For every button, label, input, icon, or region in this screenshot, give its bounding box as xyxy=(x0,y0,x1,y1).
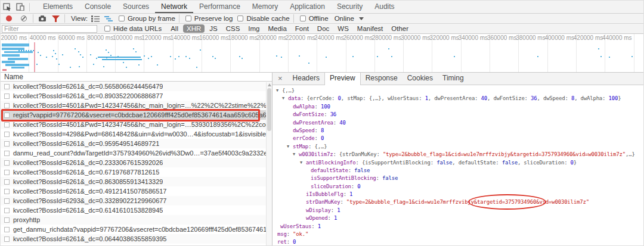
view-large-rows-button[interactable] xyxy=(89,13,102,25)
close-icon[interactable]: × xyxy=(273,73,288,85)
request-row[interactable]: regist?vappid=97767206&vsecret=c0bdcbae1… xyxy=(1,110,272,120)
tree-line[interactable]: isSupportAntiBlocking: false xyxy=(273,175,643,182)
request-row[interactable]: kvcollect?BossId=6261&_dc=0.671976877812… xyxy=(1,167,272,177)
tab-memory[interactable]: Memory xyxy=(246,1,284,13)
group-by-frame-checkbox[interactable] xyxy=(119,15,125,21)
request-row[interactable]: kvcollect?BossId=4298&Pwd=686148428&uin=… xyxy=(1,129,272,139)
tab-sources[interactable]: Sources xyxy=(117,1,155,13)
tree-text: : xyxy=(287,231,293,237)
request-row[interactable]: kvcollect?BossId=4501&Pwd=142347456&hc_m… xyxy=(1,120,272,129)
filter-pill-img[interactable]: Img xyxy=(244,24,263,33)
tree-line[interactable]: msg: "ok." xyxy=(273,231,643,238)
request-row[interactable]: kvcollect?BossId=6261&_dc=0.959549514689… xyxy=(1,139,272,148)
preview-tab-preview[interactable]: Preview xyxy=(324,73,361,85)
tree-line[interactable]: errCode: 0 xyxy=(273,135,643,142)
tree-text: : xyxy=(343,191,349,197)
expand-arrow-icon[interactable]: ▼ xyxy=(287,143,293,151)
screenshot-button[interactable] xyxy=(36,13,49,25)
filter-pill-media[interactable]: Media xyxy=(265,24,290,33)
expand-arrow-icon[interactable]: ▼ xyxy=(276,87,282,95)
tree-line[interactable]: ▼antiBlockingInfo: {isSupportAntiBlockin… xyxy=(273,159,643,167)
request-row[interactable]: kvcollect?BossId=6261&_dc=0.491214150785… xyxy=(1,186,272,196)
name-column-header[interactable]: Name xyxy=(1,73,272,82)
request-row[interactable]: kvcollect?BossId=6261&_dc=0.614161015382… xyxy=(1,205,272,215)
request-row[interactable]: kvcollect?BossId=6261&_dc=0.863085591341… xyxy=(1,177,272,186)
tree-line[interactable]: wDisplay: 1 xyxy=(273,207,643,214)
filter-pill-js[interactable]: JS xyxy=(206,24,221,33)
request-row[interactable]: kvcollect?BossId=4501&Pwd=142347456&hc_m… xyxy=(1,101,272,110)
request-name: kvcollect?BossId=6293&_dc=0.332890221299… xyxy=(13,197,167,204)
expand-arrow-icon[interactable]: ▼ xyxy=(300,159,306,167)
request-dot xyxy=(52,56,53,57)
inspect-element-button[interactable] xyxy=(1,1,14,13)
hide-data-urls-checkbox[interactable] xyxy=(104,26,110,32)
filter-pill-all[interactable]: All xyxy=(167,24,182,33)
filter-input[interactable] xyxy=(2,25,97,33)
tree-line[interactable]: iIsBubbleFlg: 1 xyxy=(273,191,643,198)
filter-pill-other[interactable]: Other xyxy=(388,24,412,33)
request-row[interactable]: kvcollect?BossId=6293&_dc=0.332890221299… xyxy=(1,196,272,205)
filter-pill-css[interactable]: CSS xyxy=(222,24,244,33)
timeline-overview[interactable]: 20000 ms40000 ms60000 ms80000 ms100000 m… xyxy=(1,34,643,73)
expand-arrow-icon[interactable]: ▼ xyxy=(293,151,299,158)
request-dot xyxy=(200,49,201,51)
request-name: kvcollect?BossId=6261&_dc=0.671976877812… xyxy=(13,169,159,176)
preview-tab-cookies[interactable]: Cookies xyxy=(402,73,438,85)
filter-pill-doc[interactable]: Doc xyxy=(314,24,333,33)
view-overview-button[interactable] xyxy=(102,13,115,25)
request-dot xyxy=(80,54,81,55)
filter-button[interactable] xyxy=(49,13,62,25)
expand-arrow-icon[interactable]: ▼ xyxy=(282,95,288,102)
preserve-log-checkbox[interactable] xyxy=(185,15,191,21)
device-toolbar-button[interactable] xyxy=(14,1,27,13)
tree-line[interactable]: ▼stMap: {,…} xyxy=(273,143,643,151)
disable-cache-checkbox[interactable] xyxy=(237,15,243,21)
request-row[interactable]: kvcollect?BossId=6261&_dc=0.233306761539… xyxy=(1,158,272,167)
request-dot xyxy=(56,58,57,60)
tree-line[interactable]: sliceDuration: 0 xyxy=(273,183,643,191)
tab-network[interactable]: Network xyxy=(155,1,193,13)
request-row[interactable]: danmu_read_count?ddwTargetId=3757934960%… xyxy=(1,148,272,158)
preview-tab-response[interactable]: Response xyxy=(361,73,402,85)
scrollbar-thumb[interactable] xyxy=(267,88,271,131)
tree-line[interactable]: dwAlpha: 100 xyxy=(273,103,643,111)
tree-line[interactable]: defaultState: false xyxy=(273,167,643,175)
filter-pill-font[interactable]: Font xyxy=(292,24,312,33)
offline-checkbox[interactable] xyxy=(300,15,306,21)
clear-button[interactable] xyxy=(21,15,27,21)
tree-line[interactable]: wUserStaus: 1 xyxy=(273,223,643,231)
tree-line[interactable]: ret: 0 xyxy=(273,238,643,246)
request-row[interactable]: get_danmu_richdata?vappid=97767206&vsecr… xyxy=(1,225,272,234)
request-row[interactable]: kvcollect?BossId=6261&_dc=0.064403863558… xyxy=(1,234,272,244)
tree-line[interactable]: strDanMuKey: "type=2&bubble_flag=1&cid=w… xyxy=(273,198,643,206)
request-row[interactable]: kvcollect?BossId=6261&_dc=0.890352200688… xyxy=(1,91,272,101)
request-row[interactable]: kvcollect?BossId=6261&_dc=0.565806624445… xyxy=(1,82,272,91)
tab-elements[interactable]: Elements xyxy=(37,1,79,13)
tree-line[interactable]: dwPresentArea: 40 xyxy=(273,119,643,127)
tree-text: sliceDuration xyxy=(311,183,351,189)
preview-tab-headers[interactable]: Headers xyxy=(288,73,324,85)
scrollbar-up-icon[interactable] xyxy=(268,83,271,86)
tab-application[interactable]: Application xyxy=(284,1,331,13)
preview-tab-timing[interactable]: Timing xyxy=(438,73,469,85)
tree-line[interactable]: dwFontSize: 36 xyxy=(273,111,643,119)
request-row[interactable]: proxyhttp xyxy=(1,215,272,225)
file-icon xyxy=(4,170,10,175)
chevron-down-icon[interactable] xyxy=(359,17,364,20)
list-scrollbar[interactable] xyxy=(266,82,272,246)
tree-line[interactable]: dwSpeed: 8 xyxy=(273,127,643,135)
tree-line[interactable]: ▼data: {errCode: 0, stMap: {,…}, wUserSt… xyxy=(273,95,643,102)
filter-pill-ws[interactable]: WS xyxy=(334,24,352,33)
tree-line[interactable]: wOpened: 1 xyxy=(273,214,643,222)
record-button[interactable] xyxy=(6,15,12,21)
tab-security[interactable]: Security xyxy=(331,1,369,13)
tab-console[interactable]: Console xyxy=(79,1,117,13)
tab-audits[interactable]: Audits xyxy=(369,1,400,13)
filter-pill-xhr[interactable]: XHR xyxy=(183,24,205,33)
filter-pill-manifest[interactable]: Manifest xyxy=(354,24,386,33)
tree-line[interactable]: ▼{,…} xyxy=(273,87,643,95)
tree-text: 100 xyxy=(321,104,330,110)
tab-performance[interactable]: Performance xyxy=(193,1,246,13)
throttling-select[interactable]: Online xyxy=(335,15,354,22)
tree-line[interactable]: ▼w0030ilim7z: {strDanMuKey: "type=2&bubb… xyxy=(273,151,643,158)
